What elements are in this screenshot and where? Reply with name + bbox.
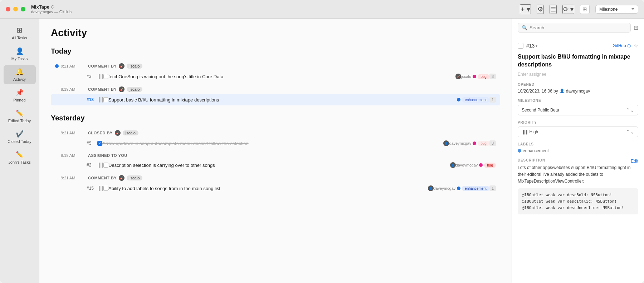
sort-button[interactable]: ☰ xyxy=(550,5,557,14)
close-button[interactable] xyxy=(6,7,10,11)
meta-label-4: ASSIGNED TO YOU xyxy=(88,153,127,158)
issue-num-1: #3 xyxy=(87,74,97,79)
assignee-1: jscalo xyxy=(461,74,471,79)
panel-toggle-button[interactable]: ⊞ xyxy=(634,24,638,31)
activity-meta-row-2: 8:19 AM COMMENT BY 🎸 jscalo xyxy=(51,84,500,93)
label-dot-5 xyxy=(457,187,460,190)
bars-icon-2: ▐▐ xyxy=(97,97,103,102)
code-block: @IBOutlet weak var descBold: NSButton! @… xyxy=(518,188,638,214)
comment-count-2: 1 xyxy=(489,97,496,103)
assignee-3: daveymcgav xyxy=(449,141,471,145)
filter-button[interactable]: ⊞ xyxy=(580,5,590,14)
new-dot-1 xyxy=(55,64,59,68)
github-link[interactable]: GitHub ⬡ xyxy=(613,43,631,48)
bars-icon-4: ▐▐ xyxy=(97,163,103,168)
issue-title: Support basic B/I/U formatting in mixtap… xyxy=(518,53,638,69)
priority-bars-icon: ▐▐ xyxy=(522,130,527,134)
milestone-dropdown[interactable]: Milestone xyxy=(595,5,638,14)
item-title-5: Ability to add labels to songs from in t… xyxy=(108,186,425,191)
minimize-button[interactable] xyxy=(13,7,18,11)
app-title-info: MixTape ⬡ daveymcgav — GitHub xyxy=(31,4,72,14)
sync-button[interactable]: ⟳ ▾ xyxy=(562,5,574,14)
opened-user-icon: 👤 xyxy=(560,89,565,93)
issue-num-4: #2 xyxy=(87,163,97,168)
checkbox-3[interactable]: ✓ xyxy=(97,141,102,146)
avatar-2: 🎸 xyxy=(119,86,125,92)
sidebar-item-pinned[interactable]: 📌 Pinned xyxy=(4,86,36,105)
sidebar-item-johns-tasks[interactable]: ✏️ John's Tasks xyxy=(4,148,36,167)
issue-detail: #13 ▾ GitHub ⬡ ☆ Support basic B/I/U for… xyxy=(512,37,644,283)
search-box[interactable]: 🔍 xyxy=(518,23,631,33)
checkbox-1[interactable] xyxy=(103,74,108,79)
label-badge-2[interactable]: enhancement xyxy=(462,97,489,103)
label-badge-4[interactable]: bug xyxy=(484,163,496,168)
priority-dropdown[interactable]: ▐▐ High ⌃⌄ xyxy=(518,126,638,137)
labels-label: LABELS xyxy=(518,142,638,146)
activity-item-2[interactable]: #13 ▐▐ Support basic B/I/U formatting in… xyxy=(51,94,500,105)
label-dot-2 xyxy=(457,98,460,101)
sidebar-item-all-tasks[interactable]: ⊞ All Tasks xyxy=(4,23,36,43)
closed-today-icon: ✔️ xyxy=(16,130,24,138)
label-badge-5[interactable]: enhancement xyxy=(462,186,489,191)
meta-label-5: COMMENT BY xyxy=(88,176,117,180)
activity-meta-row-3: 9:21 AM CLOSED BY 🎸 jscalo xyxy=(51,128,500,136)
edit-link[interactable]: Edit xyxy=(631,159,638,164)
bars-icon-1: ▐▐ xyxy=(97,74,103,79)
checkbox-5[interactable] xyxy=(103,186,108,191)
milestone-chevron-icon xyxy=(631,8,634,10)
label-badge-3[interactable]: bug xyxy=(478,141,489,146)
app-title: MixTape ⬡ xyxy=(31,4,72,10)
activity-item-4[interactable]: #2 ▐▐ Description selection is carrying … xyxy=(51,159,500,171)
label-dot-3 xyxy=(473,142,476,145)
issue-num-2: #13 xyxy=(87,97,97,102)
activity-item-3[interactable]: #5 ✓ Arrow up/down in song autocomplete … xyxy=(51,138,500,149)
activity-item-5[interactable]: #15 ▐▐ Ability to add labels to songs fr… xyxy=(51,183,500,194)
sidebar: ⊞ All Tasks 👤 My Tasks 🔔 Activity 📌 Pinn… xyxy=(0,19,39,283)
checkbox-4[interactable] xyxy=(103,163,108,168)
pin-icon: 📌 xyxy=(16,89,24,96)
fullscreen-button[interactable] xyxy=(21,7,25,11)
settings-button[interactable]: ⚙ xyxy=(537,5,544,14)
activity-meta-row-4: 8:19 AM ASSIGNED TO YOU xyxy=(51,151,500,158)
sidebar-item-closed-today[interactable]: ✔️ Closed Today xyxy=(4,127,36,147)
comment-count-3: 3 xyxy=(489,140,496,146)
opened-section: OPENED 10/20/2023, 16:06 by 👤 daveymcgav xyxy=(518,83,638,94)
issue-checkbox[interactable] xyxy=(518,43,523,49)
search-icon: 🔍 xyxy=(522,25,527,30)
label-badge-1[interactable]: bug xyxy=(478,74,489,79)
checkbox-2[interactable] xyxy=(103,97,108,102)
item-title-4: Description selection is carrying over t… xyxy=(108,163,448,168)
activity-group-2: 8:19 AM COMMENT BY 🎸 jscalo #13 ▐▐ Suppo… xyxy=(51,84,500,105)
opened-label: OPENED xyxy=(518,83,638,86)
app-subtitle: daveymcgav — GitHub xyxy=(31,10,72,14)
activity-group-4: 8:19 AM ASSIGNED TO YOU #2 ▐▐ Descriptio… xyxy=(51,151,500,171)
search-input[interactable] xyxy=(530,25,627,30)
user-5: jscalo xyxy=(127,175,142,180)
label-dot-1 xyxy=(473,75,476,78)
content-area: Activity Today 9:21 AM COMMENT BY 🎸 jsca… xyxy=(39,19,512,283)
yesterday-title: Yesterday xyxy=(51,114,500,122)
description-text: Lots of other apps/websites support B/I/… xyxy=(518,164,638,185)
sidebar-item-activity[interactable]: 🔔 Activity xyxy=(4,65,36,84)
assignee-placeholder[interactable]: Enter assignee xyxy=(518,72,638,77)
milestone-dropdown-arrow: ⌃⌄ xyxy=(626,107,634,113)
time-3: 9:21 AM xyxy=(61,131,86,135)
sidebar-item-edited-today[interactable]: ✏️ Edited Today xyxy=(4,106,36,126)
activity-icon: 🔔 xyxy=(16,68,24,76)
add-button[interactable]: + ▾ xyxy=(520,4,531,14)
activity-group-3: 9:21 AM CLOSED BY 🎸 jscalo #5 ✓ Arrow up… xyxy=(51,128,500,149)
avatar-1: 🎸 xyxy=(119,63,125,69)
sidebar-item-my-tasks[interactable]: 👤 My Tasks xyxy=(4,44,36,64)
user-2: jscalo xyxy=(127,87,142,92)
meta-label-2: COMMENT BY xyxy=(88,87,117,91)
assignee-4: daveymcgav xyxy=(456,163,478,167)
avatar-5: 🎸 xyxy=(119,175,125,181)
item-title-2: Support basic B/I/U formatting in mixtap… xyxy=(108,97,455,103)
milestone-dropdown-panel[interactable]: Second Public Beta ⌃⌄ xyxy=(518,105,638,115)
milestone-label: MILESTONE xyxy=(518,99,638,103)
item-title-1: fetchOneSong is wiping out the song's ti… xyxy=(108,74,455,79)
assignee-5: daveymcgav xyxy=(434,186,456,190)
comment-count-1: 3 xyxy=(489,74,496,79)
star-icon[interactable]: ☆ xyxy=(634,43,638,49)
activity-item-1[interactable]: #3 ▐▐ fetchOneSong is wiping out the son… xyxy=(51,71,500,82)
